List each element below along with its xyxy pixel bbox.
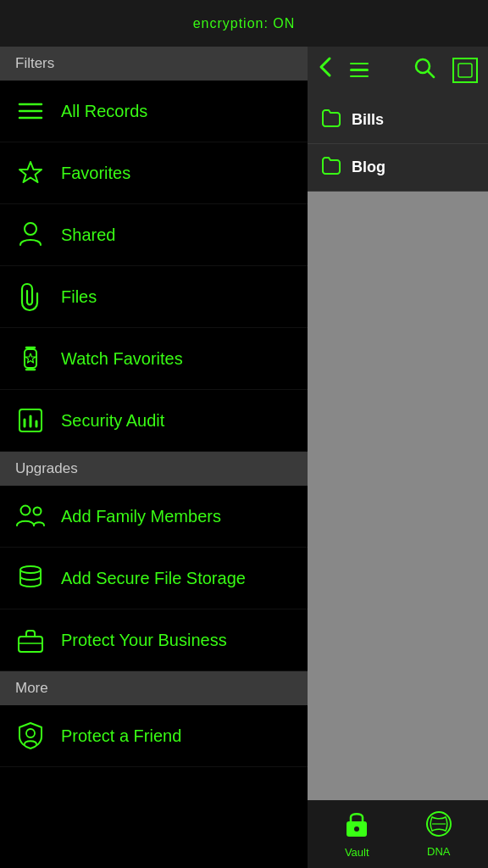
add-family-label: Add Family Members — [61, 507, 221, 526]
folder-icon-bills — [321, 108, 341, 131]
sidebar-item-shared[interactable]: Shared — [0, 204, 308, 266]
menu-icon[interactable] — [350, 63, 369, 78]
folder-blog-label: Blog — [352, 159, 385, 176]
filters-header: Filters — [0, 47, 308, 81]
tab-vault[interactable]: Vault — [316, 803, 398, 865]
briefcase-icon — [15, 625, 46, 655]
top-bar: encryption: ON — [0, 0, 488, 47]
right-top-bar — [308, 47, 488, 93]
svg-point-15 — [20, 566, 41, 573]
sidebar-item-watch-favorites[interactable]: Watch Favorites — [0, 328, 308, 390]
right-content — [308, 192, 488, 868]
sidebar-item-protect-business[interactable]: Protect Your Business — [0, 609, 308, 671]
svg-point-18 — [26, 729, 35, 737]
family-icon — [15, 501, 46, 531]
search-button[interactable] — [413, 57, 435, 84]
security-audit-label: Security Audit — [61, 411, 164, 431]
svg-point-14 — [34, 508, 42, 515]
right-panel: Bills Blog — [308, 47, 488, 868]
vault-tab-label: Vault — [345, 846, 369, 859]
paperclip-icon — [15, 281, 46, 312]
svg-rect-21 — [458, 64, 472, 77]
svg-marker-8 — [25, 353, 36, 363]
sidebar-item-all-records[interactable]: All Records — [0, 81, 308, 142]
svg-rect-5 — [25, 349, 36, 368]
svg-point-23 — [354, 826, 359, 832]
add-storage-label: Add Secure File Storage — [61, 569, 246, 588]
all-records-label: All Records — [61, 102, 147, 121]
folder-item-blog[interactable]: Blog — [308, 144, 488, 192]
svg-point-4 — [25, 223, 36, 235]
sidebar-item-protect-friend[interactable]: Protect a Friend — [0, 705, 308, 767]
lock-icon — [344, 810, 369, 844]
svg-point-13 — [21, 506, 30, 515]
database-icon — [15, 563, 46, 593]
files-label: Files — [61, 287, 97, 307]
back-button[interactable] — [318, 55, 333, 85]
folder-bills-label: Bills — [352, 111, 384, 129]
folder-item-bills[interactable]: Bills — [308, 97, 488, 144]
lines-icon — [15, 96, 46, 126]
shared-label: Shared — [61, 225, 116, 245]
watch-favorites-label: Watch Favorites — [61, 349, 183, 369]
sidebar: Filters All Records Favorites — [0, 47, 308, 868]
shield-person-icon — [15, 721, 46, 751]
chart-icon — [15, 405, 46, 436]
protect-business-label: Protect Your Business — [61, 631, 227, 650]
sidebar-item-security-audit[interactable]: Security Audit — [0, 390, 308, 452]
protect-friend-label: Protect a Friend — [61, 726, 181, 746]
dna-tab-label: DNA — [427, 845, 450, 858]
star-icon — [15, 158, 46, 188]
svg-marker-3 — [19, 162, 42, 182]
svg-rect-16 — [19, 637, 42, 652]
svg-line-20 — [428, 71, 434, 77]
folder-list: Bills Blog — [308, 93, 488, 192]
sidebar-item-favorites[interactable]: Favorites — [0, 142, 308, 204]
favorites-label: Favorites — [61, 164, 130, 183]
person-icon — [15, 220, 46, 250]
sidebar-item-add-family[interactable]: Add Family Members — [0, 486, 308, 548]
encryption-status: encryption: ON — [193, 16, 296, 31]
sidebar-item-add-storage[interactable]: Add Secure File Storage — [0, 548, 308, 609]
tab-dna[interactable]: DNA — [398, 804, 480, 865]
more-header: More — [0, 671, 308, 705]
upgrades-header: Upgrades — [0, 452, 308, 486]
compose-button[interactable] — [452, 58, 478, 83]
folder-icon-blog — [321, 156, 341, 179]
sidebar-item-files[interactable]: Files — [0, 266, 308, 328]
bottom-tab-bar: Vault DNA — [308, 800, 488, 868]
main-layout: Filters All Records Favorites — [0, 47, 488, 868]
watch-icon — [15, 343, 46, 374]
dna-icon — [425, 810, 452, 843]
